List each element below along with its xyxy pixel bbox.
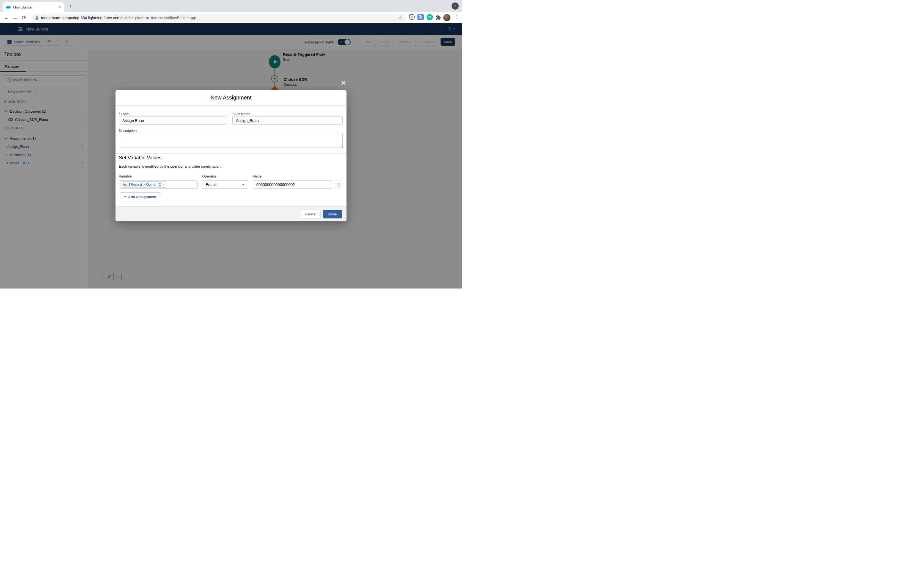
browser-url-bar: ← → ⟳ momentum-computing-884.lightning.f… xyxy=(0,12,462,23)
tab-search-button[interactable]: ▼ xyxy=(452,2,459,10)
password-manager-extension-icon[interactable] xyxy=(409,14,415,20)
browser-menu-icon[interactable]: ⋮ xyxy=(454,14,459,20)
label-field xyxy=(119,116,227,125)
label-field-label: *Label xyxy=(119,112,129,116)
api-name-field-label: *API Name xyxy=(233,112,250,116)
reload-icon[interactable]: ⟳ xyxy=(20,12,28,23)
value-label: Value xyxy=(253,174,262,178)
modal-footer: Cancel Done xyxy=(115,206,347,221)
operator-select[interactable]: Equals xyxy=(202,180,248,189)
section-title: Set Variable Values xyxy=(119,155,162,161)
flow-builder-app: ← Flow Builder ? ▼ Select Elements ↶ ↷ ⚙… xyxy=(0,23,462,288)
required-asterisk: * xyxy=(119,112,120,116)
url-text: momentum-computing-884.lightning.force.c… xyxy=(41,16,396,20)
browser-tab[interactable]: Flow Builder × xyxy=(3,2,65,12)
api-name-input[interactable] xyxy=(233,116,342,125)
browser-tab-strip: Flow Builder × + ▼ xyxy=(0,0,462,12)
value-field xyxy=(253,180,332,189)
bookmark-star-icon[interactable]: ☆ xyxy=(399,15,402,21)
chevron-down-icon xyxy=(242,184,245,185)
plus-icon: + xyxy=(124,194,126,199)
variable-label: Variable xyxy=(119,174,132,178)
variable-pill-label: $Record > Owner ID xyxy=(128,182,161,187)
profile-avatar[interactable] xyxy=(443,14,451,21)
textarea-resize-grip[interactable] xyxy=(341,146,342,148)
modal-header: New Assignment xyxy=(115,90,347,106)
tab-close-icon[interactable]: × xyxy=(57,5,62,10)
forward-icon[interactable]: → xyxy=(11,12,19,23)
operator-label: Operator xyxy=(202,174,216,178)
search-extension-icon[interactable] xyxy=(417,14,424,20)
back-icon[interactable]: ← xyxy=(2,12,10,23)
remove-pill-icon[interactable]: × xyxy=(163,182,165,187)
close-icon[interactable]: ✕ xyxy=(341,80,347,86)
new-tab-button[interactable]: + xyxy=(67,2,74,10)
modal-layer: ✕ New Assignment *Label *API Name Descri… xyxy=(0,23,462,288)
delete-assignment-button[interactable] xyxy=(335,180,342,189)
label-input[interactable] xyxy=(119,116,227,125)
required-asterisk: * xyxy=(233,112,234,116)
salesforce-cloud-favicon xyxy=(6,5,11,9)
variable-pill[interactable]: Aa $Record > Owner ID × xyxy=(120,181,167,188)
text-type-icon: Aa xyxy=(123,183,127,186)
value-input[interactable] xyxy=(253,180,332,189)
add-assignment-button[interactable]: + Add Assignment xyxy=(119,192,162,201)
done-button[interactable]: Done xyxy=(323,210,342,218)
url-path: /builder_platform_interaction/flowBuilde… xyxy=(120,16,196,20)
description-label: Description xyxy=(119,129,137,133)
trash-icon xyxy=(337,182,341,187)
operator-value: Equals xyxy=(206,182,218,187)
section-subtitle: Each variable is modified by the operato… xyxy=(119,164,221,168)
url-omnibox[interactable]: momentum-computing-884.lightning.force.c… xyxy=(32,14,406,22)
url-domain: momentum-computing-884.lightning.force.c… xyxy=(41,16,120,20)
modal-title: New Assignment xyxy=(211,95,252,101)
divider xyxy=(115,153,347,154)
new-assignment-modal: ✕ New Assignment *Label *API Name Descri… xyxy=(115,90,347,221)
lock-icon xyxy=(35,16,38,20)
variable-combobox[interactable]: Aa $Record > Owner ID × xyxy=(119,180,198,189)
tab-title: Flow Builder xyxy=(13,5,55,9)
cancel-button[interactable]: Cancel xyxy=(301,210,321,218)
description-textarea[interactable] xyxy=(119,133,342,148)
grammarly-extension-icon[interactable]: G xyxy=(426,14,433,20)
extensions-puzzle-icon[interactable] xyxy=(435,15,441,20)
api-name-field xyxy=(233,116,342,125)
